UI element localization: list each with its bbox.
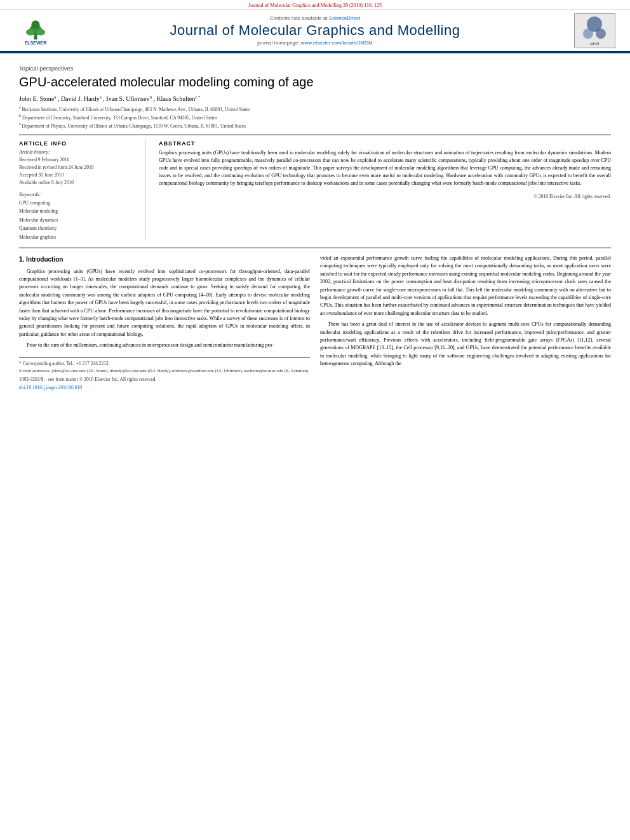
article-info-column: ARTICLE INFO Article history: Received 9… xyxy=(19,140,146,242)
keywords-list: GPU computing Molecular modeling Molecul… xyxy=(19,199,137,242)
svg-point-3 xyxy=(37,29,45,35)
blue-divider xyxy=(0,52,630,53)
author2-sup: a xyxy=(100,95,102,100)
received-date: Received 9 February 2010 xyxy=(19,156,137,164)
author1-sup: a xyxy=(54,95,56,100)
accepted-date: Accepted 30 June 2010 xyxy=(19,171,137,179)
svg-point-7 xyxy=(596,29,606,39)
abstract-column: ABSTRACT Graphics processing units (GPUs… xyxy=(159,140,611,242)
keyword-5: Molecular graphics xyxy=(19,233,137,242)
body-left-column: 1. Introduction Graphics processing unit… xyxy=(19,255,310,392)
doi-line: doi:10.1016/j.jmgm.2010.06.010 xyxy=(19,384,310,392)
journal-title: Journal of Molecular Graphics and Modell… xyxy=(170,22,460,39)
elsevier-text: ELSEVIER xyxy=(25,41,47,46)
author4-sup: c,* xyxy=(195,95,200,100)
issn-text: 1093-3263/$ – see front matter © 2010 El… xyxy=(19,377,156,382)
svg-point-2 xyxy=(26,29,34,35)
footnote-emails: E-mail addresses: johns@ks.uiuc.edu (J.E… xyxy=(19,368,310,375)
svg-text:JMGM: JMGM xyxy=(590,42,600,46)
author3-sup: b xyxy=(149,95,152,100)
right-logo-area: JMGM xyxy=(569,11,620,50)
journal-banner: ELSEVIER Contents lists available at Sci… xyxy=(0,10,630,52)
article-info-label: ARTICLE INFO xyxy=(19,140,137,147)
intro-paragraph-2: Prior to the turn of the millennium, con… xyxy=(19,342,310,349)
footnote-corresponding: * Corresponding author. Tel.: +1 217 244… xyxy=(19,360,310,367)
abstract-text: Graphics processing units (GPUs) have tr… xyxy=(159,149,611,187)
right-para-1: vided an exponential performance growth … xyxy=(320,255,611,317)
author2-name: , David J. Hardy xyxy=(58,95,100,102)
footnote-section: * Corresponding author. Tel.: +1 217 244… xyxy=(19,357,310,391)
issn-line: 1093-3263/$ – see front matter © 2010 El… xyxy=(19,376,310,383)
science-direct-link[interactable]: ScienceDirect xyxy=(329,15,360,21)
revised-date: Received in revised form 24 June 2010 xyxy=(19,164,137,171)
article-history: Received 9 February 2010 Received in rev… xyxy=(19,156,137,187)
available-date: Available online 8 July 2010 xyxy=(19,179,137,187)
intro-paragraph-1: Graphics processing units (GPUs) have re… xyxy=(19,268,310,339)
homepage-url[interactable]: www.elsevier.com/locate/JMGM xyxy=(301,40,373,46)
doi-link[interactable]: doi:10.1016/j.jmgm.2010.06.010 xyxy=(19,385,82,390)
journal-ref-text: Journal of Molecular Graphics and Modell… xyxy=(248,3,382,8)
affiliation-b: b Department of Chemistry, Stanford Univ… xyxy=(19,113,611,121)
author1-name: John E. Stone xyxy=(19,95,54,102)
keywords-label: Keywords: xyxy=(19,192,137,197)
elsevier-tree-icon xyxy=(20,15,51,41)
article-info-abstract-section: ARTICLE INFO Article history: Received 9… xyxy=(19,135,611,242)
science-direct-label: Contents lists available at ScienceDirec… xyxy=(170,15,460,21)
banner-center: Contents lists available at ScienceDirec… xyxy=(170,15,460,46)
main-content: Topical perspectives GPU-accelerated mol… xyxy=(0,55,630,398)
right-decorative-logo: JMGM xyxy=(574,13,615,48)
keyword-1: GPU computing xyxy=(19,199,137,208)
affiliations: a Beckman Institute, University of Illin… xyxy=(19,105,611,129)
svg-point-6 xyxy=(583,29,593,39)
article-history-label: Article history: xyxy=(19,149,137,155)
keyword-2: Molecular modeling xyxy=(19,207,137,216)
keyword-4: Quantum chemistry xyxy=(19,224,137,233)
svg-point-4 xyxy=(31,20,39,29)
right-para-2: There has been a great deal of interest … xyxy=(320,321,611,368)
article-title: GPU-accelerated molecular modeling comin… xyxy=(19,74,611,90)
topical-label: Topical perspectives xyxy=(19,65,611,72)
journal-header-bar: Journal of Molecular Graphics and Modell… xyxy=(0,0,630,10)
body-right-column: vided an exponential performance growth … xyxy=(320,255,611,392)
affiliation-c: c Department of Physics, University of I… xyxy=(19,121,611,130)
author3-name: , Ivan S. Ufimtsev xyxy=(103,95,149,102)
abstract-label: ABSTRACT xyxy=(159,140,611,147)
homepage-label: journal homepage: www.elsevier.com/locat… xyxy=(170,40,460,46)
copyright-text: © 2010 Elsevier Inc. All rights reserved… xyxy=(159,191,611,199)
intro-section-title: 1. Introduction xyxy=(19,255,310,265)
section-separator xyxy=(19,248,611,248)
authors-line: John E. Stonea , David J. Hardya , Ivan … xyxy=(19,95,611,102)
keyword-3: Molecular dynamics xyxy=(19,216,137,225)
elsevier-logo-area: ELSEVIER xyxy=(10,11,61,50)
author4-name: , Klaus Schulten xyxy=(153,95,195,102)
body-columns: 1. Introduction Graphics processing unit… xyxy=(19,255,611,392)
affiliation-a: a Beckman Institute, University of Illin… xyxy=(19,105,611,113)
